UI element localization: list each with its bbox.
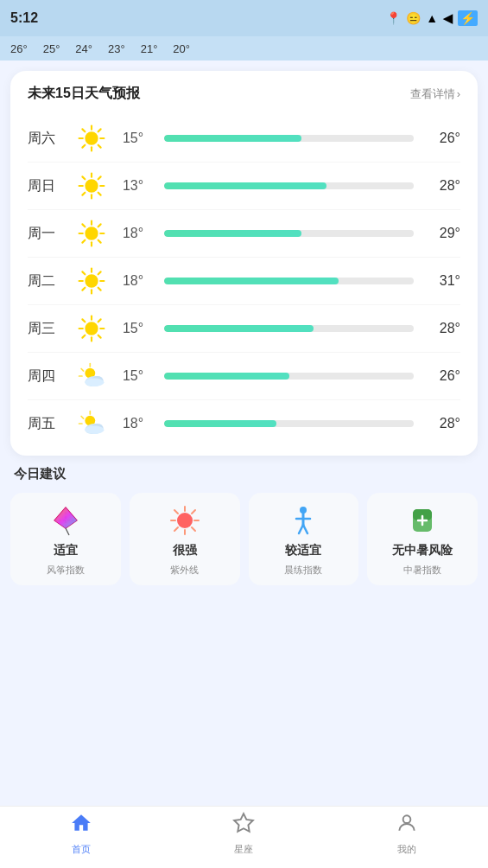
signal-icon: ◀ xyxy=(443,11,453,25)
svg-line-5 xyxy=(82,129,85,131)
day-label: 周五 xyxy=(28,415,73,433)
temp-bar xyxy=(164,325,414,332)
weather-row: 周一 18° 29° xyxy=(28,210,460,258)
day-label: 周二 xyxy=(28,272,73,290)
suggestion-card[interactable]: 很强 紫外线 xyxy=(130,493,240,585)
svg-line-14 xyxy=(82,176,85,179)
suggestion-card-value: 适宜 xyxy=(54,543,78,558)
forecast-card: 未来15日天气预报 查看详情 › 周六 15° 26° 周日 xyxy=(10,71,478,456)
weather-row: 周四 15° 26° xyxy=(28,353,460,400)
svg-point-66 xyxy=(177,513,193,528)
suggestion-card-label: 晨练指数 xyxy=(284,564,322,577)
weather-icon xyxy=(73,266,111,296)
svg-line-35 xyxy=(82,288,85,290)
weather-icon xyxy=(73,124,111,153)
svg-line-42 xyxy=(98,335,101,338)
weather-row: 周六 15° 26° xyxy=(28,115,460,163)
suggestion-card-label: 紫外线 xyxy=(170,564,199,577)
day-label: 周六 xyxy=(28,130,73,148)
suggestion-card-icon xyxy=(286,503,320,538)
suggestion-card-value: 很强 xyxy=(173,543,197,558)
day-label: 周日 xyxy=(28,177,73,195)
low-temp: 13° xyxy=(111,178,155,194)
svg-marker-84 xyxy=(235,814,254,832)
scroll-temp-3: 24° xyxy=(75,42,92,55)
suggestion-cards: 适宜 风筝指数 很强 紫外线 较适宜 晨练指数 无中暑风险 中暑指数 xyxy=(10,493,478,585)
temp-bar-fill xyxy=(164,182,326,189)
high-temp: 28° xyxy=(422,416,460,431)
weather-icon xyxy=(73,171,111,201)
svg-line-15 xyxy=(98,193,101,195)
svg-line-41 xyxy=(82,319,85,322)
nav-mine[interactable]: 我的 xyxy=(396,812,418,856)
weather-rows: 周六 15° 26° 周日 xyxy=(28,115,460,447)
svg-line-72 xyxy=(192,527,195,531)
bottom-nav: 首页 星座 我的 xyxy=(0,806,488,868)
scroll-temp-6: 20° xyxy=(173,42,190,55)
nav-constellation-label: 星座 xyxy=(234,843,253,856)
svg-marker-65 xyxy=(54,507,77,528)
scroll-temp-2: 25° xyxy=(43,42,60,55)
weather-icon xyxy=(73,314,111,343)
suggestion-section: 今日建议 适宜 风筝指数 很强 紫外线 较适宜 晨练指数 无中暑风险 中暑指数 xyxy=(10,466,478,585)
scroll-temp-4: 23° xyxy=(108,42,125,55)
nav-constellation[interactable]: 星座 xyxy=(232,812,255,856)
forecast-detail-link[interactable]: 查看详情 › xyxy=(410,86,460,102)
suggestion-card-value: 无中暑风险 xyxy=(392,543,453,558)
star-icon xyxy=(232,812,255,839)
status-icons: 📍 😑 ▲ ◀ ⚡ xyxy=(386,10,478,26)
high-temp: 26° xyxy=(422,368,460,384)
low-temp: 15° xyxy=(111,321,155,336)
weather-icon xyxy=(73,219,111,248)
svg-line-44 xyxy=(82,335,85,338)
svg-line-43 xyxy=(98,319,101,322)
suggestion-card[interactable]: 无中暑风险 中暑指数 xyxy=(367,493,478,585)
svg-point-60 xyxy=(85,426,104,434)
svg-line-26 xyxy=(82,240,85,243)
svg-line-7 xyxy=(98,129,101,131)
suggestion-card[interactable]: 适宜 风筝指数 xyxy=(10,493,121,585)
low-temp: 15° xyxy=(111,131,155,146)
low-temp: 18° xyxy=(111,416,155,431)
svg-line-73 xyxy=(192,510,195,514)
high-temp: 28° xyxy=(422,178,460,194)
home-icon xyxy=(70,812,92,839)
weather-row: 周五 18° 28° xyxy=(28,400,460,447)
temp-bar-fill xyxy=(164,325,314,332)
svg-point-18 xyxy=(85,227,98,239)
svg-line-34 xyxy=(98,271,101,274)
nav-home[interactable]: 首页 xyxy=(70,812,92,856)
suggestion-card-icon xyxy=(405,503,440,538)
low-temp: 15° xyxy=(111,368,155,384)
temp-bar-fill xyxy=(164,278,339,284)
svg-line-55 xyxy=(81,417,84,419)
svg-line-33 xyxy=(98,288,101,290)
day-label: 周三 xyxy=(28,320,73,338)
suggestion-card-icon xyxy=(48,503,83,538)
temp-bar-fill xyxy=(164,420,276,427)
temp-bar xyxy=(164,230,414,237)
location-icon: 📍 xyxy=(386,11,401,25)
weather-row: 周三 15° 28° xyxy=(28,305,460,353)
svg-line-47 xyxy=(81,369,84,372)
temp-bar-fill xyxy=(164,373,289,380)
svg-line-77 xyxy=(299,525,303,533)
suggestion-card-icon xyxy=(168,503,202,538)
status-bar: 5:12 📍 😑 ▲ ◀ ⚡ xyxy=(0,0,488,36)
svg-line-23 xyxy=(82,224,85,227)
svg-line-16 xyxy=(98,176,101,179)
svg-point-52 xyxy=(85,379,104,386)
svg-point-0 xyxy=(85,131,98,144)
suggestion-card[interactable]: 较适宜 晨练指数 xyxy=(249,493,359,585)
svg-line-25 xyxy=(98,224,101,227)
high-temp: 31° xyxy=(422,273,460,289)
suggestion-title: 今日建议 xyxy=(10,466,478,482)
suggestion-card-value: 较适宜 xyxy=(285,543,321,558)
weather-row: 周二 18° 31° xyxy=(28,258,460,305)
svg-line-24 xyxy=(98,240,101,243)
svg-line-8 xyxy=(82,145,85,148)
emoji-icon: 😑 xyxy=(406,11,421,25)
status-time: 5:12 xyxy=(10,10,38,26)
temp-bar xyxy=(164,420,414,427)
svg-line-78 xyxy=(303,525,307,533)
